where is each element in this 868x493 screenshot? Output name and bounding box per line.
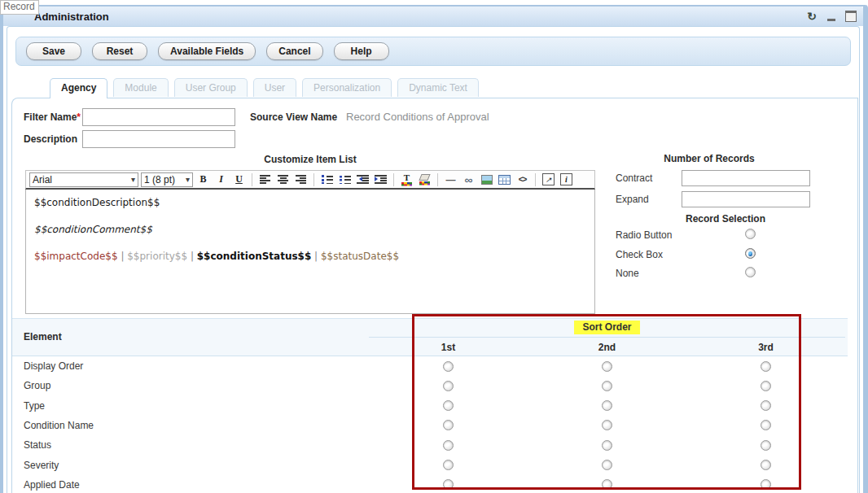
group-3rd-radio[interactable] <box>761 381 771 391</box>
link-icon[interactable]: ∞ <box>461 172 476 187</box>
status-1st-radio[interactable] <box>443 440 454 451</box>
customize-item-list-heading: Customize Item List <box>25 154 595 165</box>
tab-personalization[interactable]: Personalization <box>302 78 392 97</box>
unordered-list-icon[interactable] <box>337 172 353 187</box>
toolbar-separator <box>535 173 536 186</box>
indent-icon[interactable] <box>373 172 388 187</box>
expand-input[interactable] <box>682 191 810 207</box>
bold-icon[interactable]: B <box>195 172 211 187</box>
toolbar-separator <box>313 173 314 186</box>
column-header-1st: 1st <box>369 342 528 353</box>
font-family-select[interactable]: Arial▾ <box>29 172 138 187</box>
outdent-icon[interactable] <box>355 172 370 187</box>
record-selection-heading: Record Selection <box>603 213 848 225</box>
sort-row-applied-date: Applied Date <box>12 475 848 493</box>
chevron-down-icon: ▾ <box>131 175 135 184</box>
display-order-1st-radio[interactable] <box>443 361 454 372</box>
display-order-label: Display Order <box>24 360 83 372</box>
info-icon[interactable]: i <box>559 172 574 187</box>
editor-line-1: $$conditionDescription$$ <box>34 196 586 209</box>
align-left-icon[interactable] <box>257 172 273 187</box>
status-2nd-radio[interactable] <box>602 440 612 451</box>
main-panel: SaveResetAvailable FieldsCancelHelp Agen… <box>7 26 860 493</box>
administration-screen: Record Administration ↻ SaveResetAvailab… <box>0 0 868 493</box>
align-center-icon[interactable] <box>275 172 291 187</box>
check-box-radio[interactable] <box>745 248 756 259</box>
status-3rd-radio[interactable] <box>761 440 771 451</box>
help-button[interactable]: Help <box>334 42 389 60</box>
maximize-icon[interactable] <box>845 11 857 22</box>
chevron-down-icon: ▾ <box>186 175 190 184</box>
toolbar-separator <box>393 173 394 186</box>
condition-name-1st-radio[interactable] <box>443 420 454 430</box>
severity-3rd-radio[interactable] <box>761 460 771 470</box>
sort-row-group: Group <box>12 376 848 395</box>
contract-input[interactable] <box>682 170 810 186</box>
insert-table-icon[interactable] <box>497 172 512 187</box>
column-header-2nd: 2nd <box>528 342 686 353</box>
element-column-header: Element <box>24 331 62 342</box>
cancel-button[interactable]: Cancel <box>266 42 322 60</box>
save-button[interactable]: Save <box>26 42 81 60</box>
applied-date-3rd-radio[interactable] <box>761 479 771 490</box>
tab-user-group[interactable]: User Group <box>174 78 248 97</box>
popup-editor-icon[interactable]: ↗ <box>541 172 556 187</box>
window-title: Administration <box>34 11 109 23</box>
italic-icon[interactable]: I <box>213 172 229 187</box>
source-view-name-label: Source View Name <box>250 111 337 123</box>
radio-button-label: Radio Button <box>616 229 672 241</box>
display-order-2nd-radio[interactable] <box>602 361 612 372</box>
toolbar-separator <box>252 173 252 186</box>
type-2nd-radio[interactable] <box>602 400 612 411</box>
condition-name-3rd-radio[interactable] <box>761 420 771 430</box>
refresh-icon[interactable]: ↻ <box>806 11 818 22</box>
font-size-select[interactable]: 1 (8 pt)▾ <box>141 172 193 187</box>
align-right-icon[interactable] <box>293 172 309 187</box>
image-icon[interactable] <box>479 172 494 187</box>
description-input[interactable] <box>82 130 235 148</box>
tab-bar: AgencyModuleUser GroupUserPersonalizatio… <box>50 78 479 97</box>
reset-button[interactable]: Reset <box>92 42 147 60</box>
sort-row-status: Status <box>12 435 848 455</box>
highlight-color-icon[interactable] <box>417 172 432 187</box>
tab-module[interactable]: Module <box>113 78 168 97</box>
text-color-icon[interactable]: T <box>399 172 414 187</box>
display-order-3rd-radio[interactable] <box>761 361 771 372</box>
ordered-list-icon[interactable] <box>319 172 335 187</box>
html-source-icon[interactable]: <> <box>515 172 530 187</box>
administration-window: Administration ↻ SaveResetAvailable Fiel… <box>0 5 868 493</box>
sort-row-display-order: Display Order <box>12 356 848 376</box>
applied-date-2nd-radio[interactable] <box>602 479 612 490</box>
condition-name-label: Condition Name <box>24 420 94 431</box>
filter-name-label-text: Filter Name <box>24 111 77 123</box>
underline-icon[interactable]: U <box>231 172 247 187</box>
type-3rd-radio[interactable] <box>761 400 771 411</box>
severity-1st-radio[interactable] <box>443 460 454 470</box>
horizontal-rule-icon[interactable]: — <box>443 172 458 187</box>
contract-row: Contract <box>616 172 652 189</box>
applied-date-label: Applied Date <box>24 479 80 491</box>
template-token: $$conditionStatus$$ <box>197 251 312 262</box>
font-family-select-value: Arial <box>33 174 52 185</box>
tab-dynamic-text[interactable]: Dynamic Text <box>397 78 479 97</box>
record-tooltip: Record <box>0 0 39 15</box>
filter-name-input[interactable] <box>82 108 235 126</box>
type-label: Type <box>24 400 45 412</box>
severity-2nd-radio[interactable] <box>602 460 612 470</box>
minimize-icon[interactable] <box>826 11 837 22</box>
group-1st-radio[interactable] <box>443 381 454 391</box>
type-1st-radio[interactable] <box>443 400 454 411</box>
radio-button-radio[interactable] <box>745 229 756 239</box>
condition-name-2nd-radio[interactable] <box>602 420 612 430</box>
expand-row: Expand <box>616 194 649 210</box>
sort-row-severity: Severity <box>12 455 848 474</box>
editor-body[interactable]: $$conditionDescription$$ $$conditionComm… <box>25 190 595 314</box>
none-radio[interactable] <box>745 267 756 277</box>
available-fields-button[interactable]: Available Fields <box>158 42 256 60</box>
tab-agency[interactable]: Agency <box>50 78 107 98</box>
group-2nd-radio[interactable] <box>602 381 612 391</box>
agency-tab-content: Filter Name* Source View Name Record Con… <box>11 98 858 493</box>
applied-date-1st-radio[interactable] <box>443 479 454 490</box>
tab-user[interactable]: User <box>253 78 296 97</box>
title-bar: Administration ↻ <box>3 7 863 26</box>
